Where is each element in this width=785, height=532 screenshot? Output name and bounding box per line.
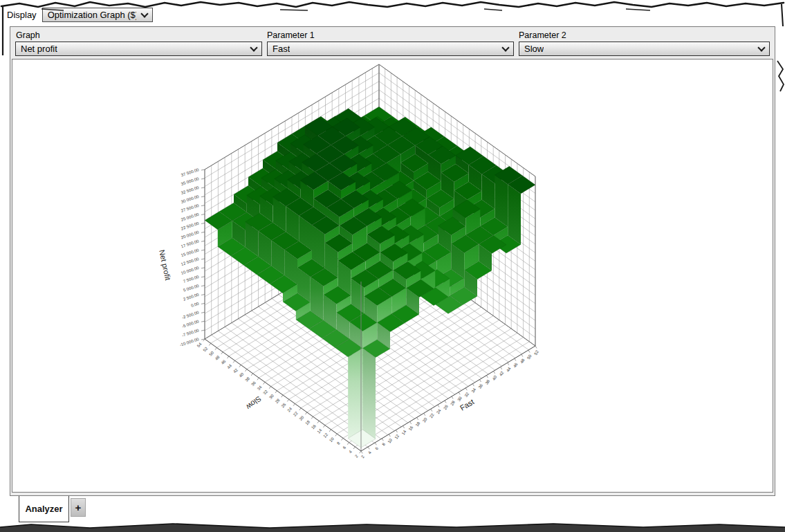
svg-text:40: 40 — [492, 374, 498, 380]
svg-text:37 500.00: 37 500.00 — [181, 167, 200, 177]
svg-text:14: 14 — [401, 429, 407, 435]
chevron-down-icon — [757, 44, 765, 51]
svg-text:12 500.00: 12 500.00 — [181, 257, 200, 266]
chevron-down-icon — [250, 44, 257, 51]
svg-text:4: 4 — [348, 449, 353, 454]
svg-text:18: 18 — [304, 419, 311, 425]
graph-dropdown[interactable]: Net profit — [15, 42, 262, 56]
svg-text:44: 44 — [506, 366, 512, 372]
svg-text:-7 500.00: -7 500.00 — [181, 328, 200, 338]
svg-text:24: 24 — [286, 406, 293, 412]
svg-text:30: 30 — [456, 396, 463, 402]
tab-analyzer[interactable]: Analyzer — [19, 496, 69, 522]
chevron-down-icon — [140, 10, 148, 17]
svg-text:2 500.00: 2 500.00 — [183, 293, 200, 302]
svg-text:18: 18 — [415, 421, 421, 427]
svg-text:44: 44 — [226, 363, 232, 369]
graph-dropdown-value: Net profit — [21, 44, 57, 54]
svg-text:46: 46 — [512, 362, 519, 368]
svg-text:42: 42 — [499, 370, 505, 376]
svg-text:10: 10 — [387, 437, 394, 443]
svg-text:-2 500.00: -2 500.00 — [181, 310, 200, 320]
svg-text:22: 22 — [293, 410, 299, 416]
svg-text:36: 36 — [478, 383, 484, 389]
svg-text:28: 28 — [275, 398, 281, 404]
svg-text:30: 30 — [268, 393, 275, 399]
svg-text:0.00: 0.00 — [190, 301, 200, 308]
svg-text:27 500.00: 27 500.00 — [181, 203, 200, 213]
svg-text:16: 16 — [311, 423, 317, 430]
svg-text:28: 28 — [450, 400, 456, 406]
svg-text:32 500.00: 32 500.00 — [181, 185, 200, 195]
svg-text:12: 12 — [322, 432, 329, 438]
svg-text:10: 10 — [329, 437, 335, 443]
svg-text:25 000.00: 25 000.00 — [181, 212, 200, 222]
parameter1-label: Parameter 1 — [267, 30, 315, 40]
svg-text:50: 50 — [526, 354, 533, 360]
svg-text:42: 42 — [232, 367, 239, 374]
svg-text:32: 32 — [262, 389, 268, 395]
svg-text:46: 46 — [221, 359, 227, 365]
app-window: Display Optimization Graph ($) Graph Net… — [0, 0, 785, 532]
svg-text:34: 34 — [471, 387, 477, 393]
svg-text:20: 20 — [422, 416, 428, 423]
svg-text:48: 48 — [519, 358, 526, 364]
chevron-down-icon — [501, 44, 509, 51]
svg-text:38: 38 — [244, 376, 250, 382]
svg-text:7 500.00: 7 500.00 — [183, 275, 200, 284]
display-dropdown-value: Optimization Graph ($) — [48, 10, 136, 20]
svg-text:50: 50 — [208, 350, 214, 356]
svg-text:30 000.00: 30 000.00 — [181, 194, 200, 204]
svg-text:26: 26 — [281, 402, 287, 408]
display-label: Display — [7, 10, 37, 20]
svg-text:14: 14 — [317, 428, 323, 434]
svg-text:6: 6 — [342, 445, 347, 450]
svg-text:38: 38 — [485, 378, 491, 385]
svg-text:52: 52 — [203, 346, 209, 352]
svg-text:26: 26 — [443, 404, 449, 410]
parameter1-dropdown[interactable]: Fast — [267, 42, 514, 56]
svg-text:20: 20 — [299, 415, 305, 421]
surface-plot-canvas[interactable]: 37 500.0035 000.0032 500.0030 000.0027 5… — [12, 59, 773, 492]
svg-text:4: 4 — [367, 450, 372, 455]
svg-text:22: 22 — [429, 412, 435, 419]
svg-text:40: 40 — [239, 372, 245, 378]
svg-text:24: 24 — [436, 408, 442, 414]
svg-text:-5 000.00: -5 000.00 — [181, 319, 200, 329]
display-dropdown[interactable]: Optimization Graph ($) — [42, 8, 153, 22]
add-tab-button[interactable]: + — [71, 498, 86, 517]
svg-text:22 500.00: 22 500.00 — [181, 221, 200, 230]
svg-text:2: 2 — [360, 455, 365, 459]
svg-text:10 000.00: 10 000.00 — [181, 266, 200, 275]
svg-text:35 000.00: 35 000.00 — [181, 176, 200, 186]
svg-text:5 000.00: 5 000.00 — [183, 284, 200, 293]
svg-text:12: 12 — [394, 433, 400, 439]
parameter1-dropdown-value: Fast — [273, 44, 290, 54]
svg-text:8: 8 — [381, 442, 386, 447]
svg-text:20 000.00: 20 000.00 — [181, 230, 200, 239]
svg-text:36: 36 — [250, 380, 257, 387]
parameter2-dropdown[interactable]: Slow — [519, 42, 770, 56]
svg-text:48: 48 — [214, 354, 221, 360]
parameter2-label: Parameter 2 — [519, 30, 566, 40]
svg-text:52: 52 — [533, 349, 539, 356]
svg-text:6: 6 — [374, 446, 379, 451]
svg-text:2: 2 — [354, 454, 359, 459]
svg-text:8: 8 — [336, 441, 341, 446]
svg-text:15 000.00: 15 000.00 — [181, 248, 200, 257]
svg-text:32: 32 — [463, 392, 470, 398]
svg-text:16: 16 — [408, 425, 414, 431]
optimization-graph-area[interactable]: 37 500.0035 000.0032 500.0030 000.0027 5… — [12, 59, 773, 493]
settings-panel: Graph Net profit Parameter 1 Fast Parame… — [10, 26, 775, 496]
svg-text:34: 34 — [257, 385, 263, 391]
svg-text:54: 54 — [196, 342, 203, 348]
z-axis-title: Net profit — [158, 249, 172, 281]
parameter2-dropdown-value: Slow — [524, 44, 544, 54]
slow-axis-title: Slow — [245, 394, 263, 411]
graph-label: Graph — [16, 30, 40, 40]
surface — [205, 107, 535, 448]
display-row: Display Optimization Graph ($) — [7, 8, 153, 22]
svg-text:17 500.00: 17 500.00 — [181, 239, 200, 248]
